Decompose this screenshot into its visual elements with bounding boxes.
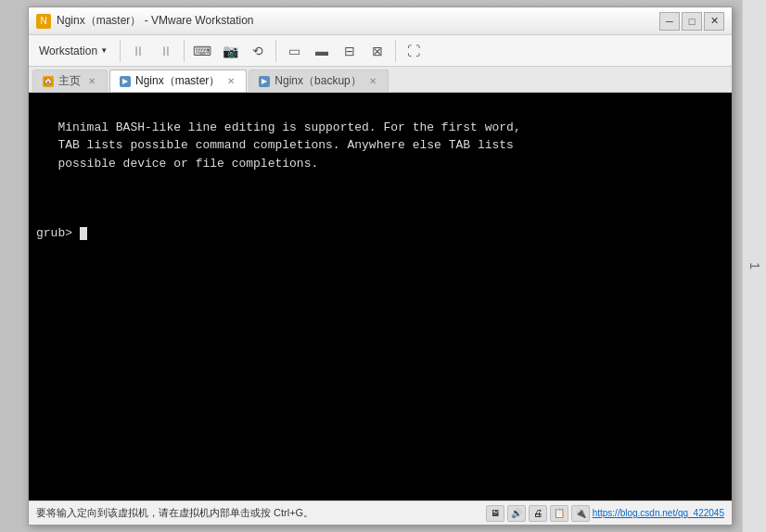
toolbar-separator-2 xyxy=(184,40,185,62)
terminal-area[interactable]: Minimal BASH-like line editing is suppor… xyxy=(29,93,732,500)
terminal-output: Minimal BASH-like line editing is suppor… xyxy=(29,93,732,198)
workstation-menu[interactable]: Workstation ▼ xyxy=(32,41,114,61)
chevron-down-icon: ▼ xyxy=(100,46,108,55)
view-fit-button[interactable]: ⊠ xyxy=(365,39,389,63)
tab-nginx-master[interactable]: ▶ Nginx（master） ✕ xyxy=(109,70,247,92)
menu-bar: Workstation ▼ ⏸ ⏸ ⌨ 📷 ⟲ ▭ ▬ ⊟ ⊠ ⛶ xyxy=(29,35,732,67)
title-bar: N Nginx（master） - VMware Workstation ─ □… xyxy=(29,7,732,35)
status-icon-printer[interactable]: 🖨 xyxy=(529,505,547,522)
toolbar-separator-4 xyxy=(395,40,396,62)
status-icon-monitor[interactable]: 🖥 xyxy=(486,505,504,522)
tab-home-close[interactable]: ✕ xyxy=(86,76,97,86)
terminal-cursor xyxy=(80,227,87,240)
vmware-window: N Nginx（master） - VMware Workstation ─ □… xyxy=(28,6,733,526)
nginx-backup-tab-icon: ▶ xyxy=(259,76,270,87)
toolbar-separator-1 xyxy=(120,40,121,62)
ctrl-alt-del-button[interactable]: ⌨ xyxy=(190,39,214,63)
revert-button[interactable]: ⟲ xyxy=(246,39,270,63)
view-normal-button[interactable]: ▭ xyxy=(282,39,306,63)
workstation-label: Workstation xyxy=(39,44,97,57)
status-icon-clipboard[interactable]: 📋 xyxy=(550,505,568,522)
tab-nginx-master-label: Nginx（master） xyxy=(135,73,220,89)
status-icons-group: 🖥 🔊 🖨 📋 🔌 https://blog.csdn.net/qq_42204… xyxy=(486,505,724,522)
grub-prompt: grub> xyxy=(29,198,732,261)
status-message: 要将输入定向到该虚拟机，请在虚拟机内部单击或按 Ctrl+G。 xyxy=(36,506,313,520)
pause-button-2[interactable]: ⏸ xyxy=(154,39,178,63)
fullscreen-button[interactable]: ⛶ xyxy=(402,39,426,63)
tab-nginx-master-close[interactable]: ✕ xyxy=(225,76,236,86)
status-icon-audio[interactable]: 🔊 xyxy=(507,505,526,522)
tab-nginx-backup-close[interactable]: ✕ xyxy=(367,76,378,86)
maximize-button[interactable]: □ xyxy=(682,12,702,31)
right-chrome-strip: 1 xyxy=(742,0,766,532)
page-number: 1 xyxy=(747,262,762,270)
nginx-master-tab-icon: ▶ xyxy=(120,76,131,87)
tab-bar: 🏠 主页 ✕ ▶ Nginx（master） ✕ ▶ Nginx（backup）… xyxy=(29,67,732,93)
window-title: Nginx（master） - VMware Workstation xyxy=(57,13,659,29)
status-bar: 要将输入定向到该虚拟机，请在虚拟机内部单击或按 Ctrl+G。 🖥 🔊 🖨 📋 … xyxy=(29,500,732,525)
tab-home-label: 主页 xyxy=(58,73,81,89)
tab-nginx-backup-label: Nginx（backup） xyxy=(274,73,361,89)
toolbar-separator-3 xyxy=(275,40,276,62)
app-icon: N xyxy=(36,14,51,29)
window-controls: ─ □ ✕ xyxy=(659,12,724,31)
minimize-button[interactable]: ─ xyxy=(659,12,680,31)
status-link[interactable]: https://blog.csdn.net/qq_422045 xyxy=(593,508,724,518)
pause-button[interactable]: ⏸ xyxy=(126,39,150,63)
status-icon-usb[interactable]: 🔌 xyxy=(571,505,590,522)
view-unity-button[interactable]: ▬ xyxy=(310,39,334,63)
view-fullscreen-button[interactable]: ⊟ xyxy=(338,39,362,63)
close-button[interactable]: ✕ xyxy=(704,12,724,31)
tab-nginx-backup[interactable]: ▶ Nginx（backup） ✕ xyxy=(249,70,388,92)
tab-home[interactable]: 🏠 主页 ✕ xyxy=(32,70,108,92)
snapshot-button[interactable]: 📷 xyxy=(218,39,242,63)
home-tab-icon: 🏠 xyxy=(43,76,54,87)
